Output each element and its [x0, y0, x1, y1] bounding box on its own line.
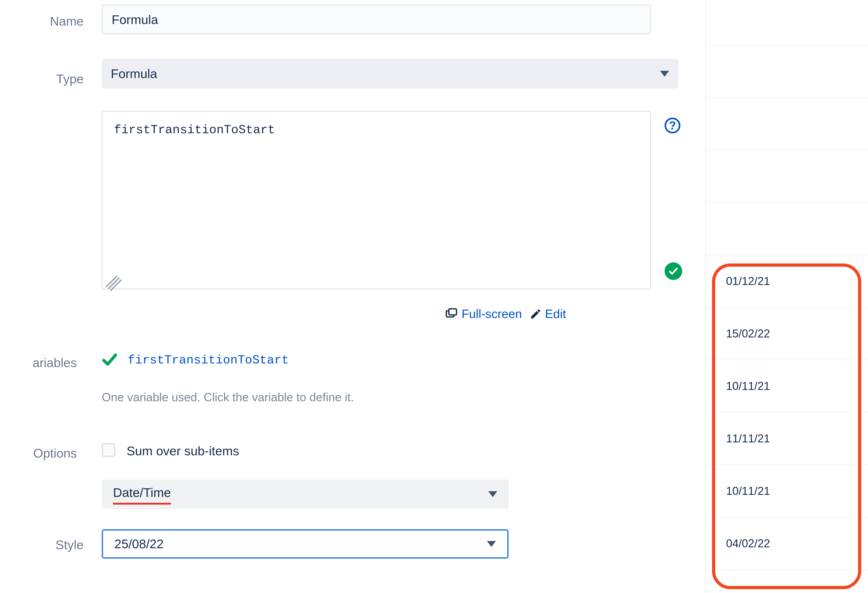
format-category-select[interactable]: Date/Time: [102, 479, 509, 509]
help-icon[interactable]: ?: [664, 118, 681, 133]
formula-editor[interactable]: [102, 111, 651, 290]
preview-cell-empty: [706, 203, 868, 255]
variable-hint: One variable used. Click the variable to…: [102, 389, 354, 405]
style-select-value: 25/08/22: [114, 535, 164, 553]
variable-link[interactable]: firstTransitionToStart: [128, 352, 289, 369]
sum-over-sub-items-checkbox[interactable]: [102, 443, 115, 457]
fullscreen-button[interactable]: Full-screen: [445, 305, 522, 322]
preview-cell: 01/12/21: [706, 255, 868, 308]
fullscreen-label: Full-screen: [462, 305, 522, 322]
name-label: Name: [9, 12, 84, 30]
name-input[interactable]: [102, 4, 651, 34]
preview-cell-empty: [706, 0, 868, 45]
type-select[interactable]: Formula: [102, 59, 678, 89]
sum-over-sub-items-label: Sum over sub-items: [127, 442, 239, 460]
preview-column: 01/12/21 15/02/22 10/11/21 11/11/21 10/1…: [705, 0, 868, 593]
format-category-value: Date/Time: [113, 484, 171, 504]
valid-check-icon: [664, 262, 682, 280]
chevron-down-icon: [487, 541, 496, 547]
preview-cell: 10/11/21: [706, 465, 868, 518]
edit-button[interactable]: Edit: [530, 305, 566, 322]
preview-cell-empty: [706, 98, 868, 150]
preview-cell: 15/02/22: [706, 308, 868, 360]
preview-cell-empty: [706, 150, 868, 203]
variable-valid-icon: [102, 352, 118, 371]
edit-label: Edit: [545, 305, 566, 322]
style-select[interactable]: 25/08/22: [102, 529, 509, 559]
editor-actions: Full-screen Edit: [445, 305, 653, 322]
type-label: Type: [9, 70, 84, 88]
preview-cell: 04/02/22: [706, 518, 868, 570]
preview-cell: 10/11/21: [706, 360, 868, 413]
preview-cell-empty: [706, 45, 868, 98]
svg-rect-1: [449, 309, 457, 315]
fullscreen-icon: [445, 308, 458, 320]
style-label: Style: [9, 536, 84, 554]
variables-label: ariables: [0, 354, 77, 371]
pencil-icon: [530, 308, 542, 320]
options-label: Options: [0, 444, 77, 462]
chevron-down-icon: [488, 491, 497, 497]
chevron-down-icon: [660, 71, 669, 77]
type-select-value: Formula: [111, 65, 157, 83]
preview-cell: 11/11/21: [706, 413, 868, 465]
